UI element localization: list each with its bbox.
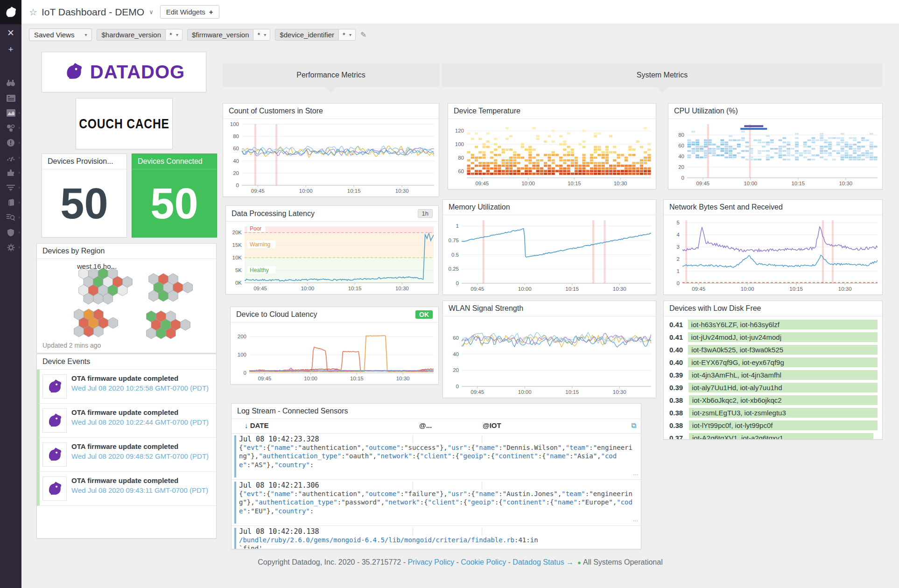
svg-text:09:45: 09:45 bbox=[696, 181, 709, 186]
sidebar-item-infrastructure[interactable]: › bbox=[0, 120, 21, 135]
latency-chart[interactable]: 0K5K10K15K20K09:4510:0010:1510:30PoorWar… bbox=[226, 222, 438, 294]
truncated-indicator: ... bbox=[633, 516, 638, 523]
disk-free-value: 0.39 bbox=[669, 384, 685, 392]
sidebar-item-watchdog[interactable] bbox=[0, 76, 21, 91]
tab-system-metrics[interactable]: System Metrics bbox=[442, 63, 882, 87]
heat-segment bbox=[744, 125, 763, 127]
svg-text:10:30: 10:30 bbox=[396, 376, 410, 381]
series-ap-1 bbox=[462, 335, 651, 347]
svg-text:0.75: 0.75 bbox=[449, 238, 459, 243]
expand-icon[interactable]: ⧉ bbox=[631, 421, 636, 430]
log-row[interactable]: Jul 08 10:42:20.138/bundle/ruby/2.6.0/ge… bbox=[232, 526, 641, 549]
svg-text:100: 100 bbox=[238, 352, 246, 357]
log-row[interactable]: Jul 08 10:42:23.328{"evt":{"name":"authe… bbox=[232, 434, 641, 480]
sidebar-item-integrations[interactable]: › bbox=[0, 165, 21, 180]
cpu-heatmap[interactable]: 02040608009:4510:0010:1510:30 bbox=[668, 119, 882, 189]
network-bytes-widget: Network Bytes Sent and Received 01234509… bbox=[663, 199, 883, 295]
saved-views-dropdown[interactable]: Saved Views ▾ bbox=[29, 28, 92, 41]
device-event-row[interactable]: OTA firmware update completedWed Jul 08 … bbox=[37, 472, 216, 506]
chevron-down-icon[interactable]: ∨ bbox=[149, 8, 154, 15]
sidebar-item-apm[interactable]: › bbox=[0, 210, 21, 225]
svg-text:15K: 15K bbox=[232, 242, 242, 248]
event-avatar bbox=[42, 476, 67, 501]
svg-text:09:45: 09:45 bbox=[471, 389, 484, 395]
customers-chart[interactable]: 02040608010009:4510:0010:1510:30 bbox=[223, 119, 439, 196]
sidebar-item-security[interactable]: › bbox=[0, 225, 21, 240]
svg-text:10:15: 10:15 bbox=[565, 286, 579, 292]
network-chart[interactable]: 01234509:4510:0010:1510:30 bbox=[664, 216, 882, 294]
sidebar-item-notebooks[interactable]: › bbox=[0, 195, 21, 210]
hex-cell[interactable] bbox=[181, 319, 190, 330]
low-disk-row[interactable]: 0.41iot-h63sY6LZF, iot-h63sy6lzf bbox=[664, 318, 882, 331]
temperature-heatmap[interactable]: 608010012009:4510:0010:1510:30 bbox=[448, 119, 656, 189]
template-variable-firmware_version[interactable]: $firmware_version*▾ bbox=[187, 29, 270, 41]
low-disk-row[interactable]: 0.40iot-f3wA0k525, iot-f3wa0k525 bbox=[664, 343, 882, 356]
tab-performance-label: Performance Metrics bbox=[296, 71, 365, 79]
event-title: OTA firmware update completed bbox=[71, 374, 209, 382]
footer-link[interactable]: Cookie Policy bbox=[461, 558, 506, 566]
cloud-latency-chart[interactable]: 010020009:4510:0010:1510:30 bbox=[231, 323, 438, 384]
sidebar-item-metrics[interactable]: › bbox=[0, 105, 21, 120]
hexmap-chart[interactable] bbox=[37, 259, 217, 353]
chevron-right-icon: › bbox=[18, 169, 20, 175]
variable-value[interactable]: *▾ bbox=[165, 29, 183, 41]
log-col-iot[interactable]: @IOT bbox=[483, 421, 501, 429]
low-disk-row[interactable]: 0.39iot-aly7Uu1Hd, iot-aly7uu1hd bbox=[664, 381, 882, 394]
chevron-right-icon: › bbox=[18, 184, 20, 190]
region-hexmap[interactable]: west 16 ho... Updated 2 mins ago bbox=[37, 259, 216, 353]
low-disk-row[interactable]: 0.37iot-A2q6tgXV1, iot-a2q6tgxv1 bbox=[664, 432, 882, 440]
sidebar-item-dashboards[interactable]: › bbox=[0, 150, 21, 165]
sidebar-item-logs[interactable]: › bbox=[0, 180, 21, 195]
sidebar-item-monitors[interactable]: › bbox=[0, 135, 21, 150]
disk-free-value: 0.38 bbox=[669, 396, 685, 404]
svg-text:10K: 10K bbox=[232, 255, 242, 260]
device-bar: iot-zsmLEgTU3, iot-zsmlegtu3 bbox=[689, 408, 878, 418]
device-event-row[interactable]: OTA firmware update completedWed Jul 08 … bbox=[37, 404, 216, 438]
datadog-logo-icon[interactable] bbox=[0, 0, 21, 24]
low-disk-row[interactable]: 0.40iot-EYX67qf9G, iot-eyx67qf9g bbox=[664, 356, 882, 369]
chevron-right-icon: › bbox=[18, 154, 20, 160]
device-events-widget: Device Events OTA firmware update comple… bbox=[36, 354, 217, 539]
low-disk-row[interactable]: 0.39iot-4jn3AmFhL, iot-4jn3amfhl bbox=[664, 369, 882, 381]
low-disk-row[interactable]: 0.41iot-jUv24modJ, iot-juv24modj bbox=[664, 331, 882, 343]
device-event-row[interactable]: OTA firmware update completedWed Jul 08 … bbox=[37, 370, 216, 404]
footer-text: Copyright Datadog, Inc. 2020 - 35.271577… bbox=[258, 558, 407, 566]
variable-value[interactable]: *▾ bbox=[338, 29, 356, 41]
event-timestamp: Wed Jul 08 2020 09:48:52 GMT-0700 (PDT) bbox=[71, 452, 209, 461]
chevron-right-icon: › bbox=[18, 214, 20, 220]
close-icon[interactable]: ✕ bbox=[0, 24, 21, 41]
low-disk-row[interactable]: 0.38iot-lYt99pc0f, iot-lyt99pc0f bbox=[664, 419, 882, 432]
variable-label: $hardware_version bbox=[97, 29, 165, 41]
footer-link[interactable]: Privacy Policy bbox=[407, 558, 454, 566]
footer-link[interactable]: Datadog Status → bbox=[513, 558, 574, 566]
log-col-2[interactable]: @... bbox=[419, 421, 432, 429]
favorite-star-icon[interactable]: ☆ bbox=[29, 7, 37, 18]
log-col-date[interactable]: ↓ DATE bbox=[245, 421, 268, 429]
sidebar-item-settings[interactable]: › bbox=[0, 240, 21, 255]
svg-text:10:30: 10:30 bbox=[395, 188, 409, 194]
template-variable-hardware_version[interactable]: $hardware_version*▾ bbox=[97, 29, 182, 41]
svg-text:10:15: 10:15 bbox=[348, 286, 362, 291]
svg-text:10:30: 10:30 bbox=[613, 286, 626, 292]
variable-value[interactable]: *▾ bbox=[253, 29, 270, 41]
hex-cell[interactable] bbox=[108, 317, 118, 329]
tab-performance-metrics[interactable]: Performance Metrics bbox=[223, 63, 439, 87]
device-temperature-widget: Device Temperature 608010012009:4510:001… bbox=[448, 103, 656, 189]
low-disk-row[interactable]: 0.38iot-Xb6oJkqc2, iot-xb6ojkqc2 bbox=[664, 394, 882, 406]
svg-text:10:15: 10:15 bbox=[347, 188, 361, 194]
edit-widgets-button[interactable]: Edit Widgets + bbox=[160, 5, 219, 19]
template-variable-device_identifier[interactable]: $device_identifier*▾ bbox=[275, 29, 356, 41]
edit-pencil-icon[interactable]: ✎ bbox=[360, 30, 366, 39]
wlan-chart[interactable]: 020406009:4510:0010:1510:30 bbox=[443, 317, 656, 398]
device-bar: iot-4jn3AmFhL, iot-4jn3amfhl bbox=[688, 370, 878, 380]
disk-free-value: 0.37 bbox=[669, 434, 685, 440]
log-row[interactable]: Jul 08 10:42:21.306{"evt":{"name":"authe… bbox=[232, 480, 641, 526]
svg-text:0: 0 bbox=[236, 182, 239, 188]
device-event-row[interactable]: OTA firmware update completedWed Jul 08 … bbox=[37, 438, 216, 472]
svg-text:0: 0 bbox=[681, 175, 684, 181]
hex-cell[interactable] bbox=[183, 282, 193, 293]
add-icon[interactable]: + bbox=[0, 41, 21, 58]
memory-chart[interactable]: 00.250.50.75109:4510:0010:1510:30 bbox=[443, 216, 656, 294]
sidebar-item-events[interactable] bbox=[0, 91, 21, 105]
low-disk-row[interactable]: 0.38iot-zsmLEgTU3, iot-zsmlegtu3 bbox=[664, 406, 882, 419]
